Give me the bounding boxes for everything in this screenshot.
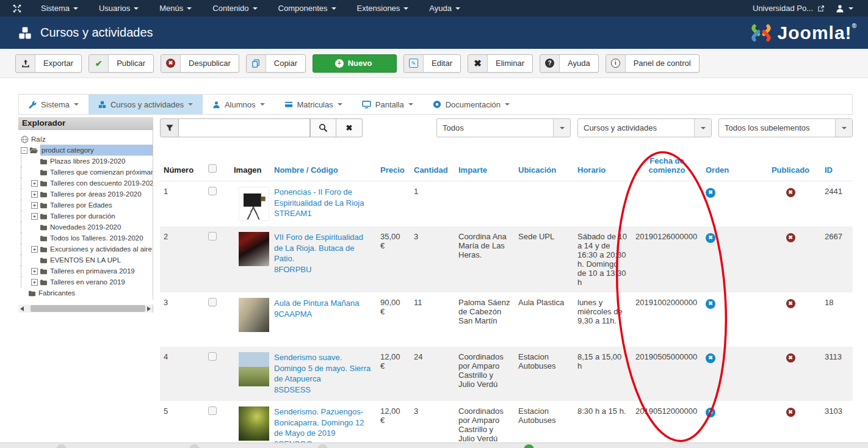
tree-node-product-category[interactable]: - product category (21, 145, 153, 156)
clear-search-button[interactable]: ✖ (336, 118, 363, 137)
header-id[interactable]: ID (821, 153, 853, 181)
product-name-link[interactable]: Senderismo suave. Domingo 5 de mayo. Sie… (274, 352, 373, 395)
tree-node[interactable]: Novedades 2019-2020 (21, 222, 153, 233)
nuevo-button[interactable]: + Nuevo (313, 54, 397, 73)
unpublished-icon[interactable]: ✖ (786, 353, 795, 363)
editar-button[interactable]: ✎ Editar (403, 54, 461, 73)
search-button[interactable] (310, 118, 336, 137)
exportar-button[interactable]: Exportar (15, 54, 82, 73)
status-filter-select[interactable]: Todos (436, 118, 571, 137)
row-checkbox[interactable] (208, 352, 217, 361)
header-cantidad[interactable]: Cantidad (410, 153, 455, 181)
tab-sistema[interactable]: Sistema (19, 95, 89, 114)
user-menu[interactable] (836, 4, 853, 13)
tree-node[interactable]: +Talleres en primavera 2019 (21, 266, 153, 276)
menu-extensiones[interactable]: Extensiones (347, 0, 419, 16)
select-caret-button[interactable] (553, 119, 570, 137)
row-checkbox[interactable] (208, 232, 217, 240)
product-name-link[interactable]: Senderismo. Pazuengos-Bonicaparra. Domin… (274, 406, 373, 448)
expand-plus-icon[interactable]: + (31, 202, 38, 209)
row-checkbox[interactable] (208, 187, 217, 195)
tab-alumnos[interactable]: Alumnos (203, 95, 275, 114)
despublicar-button[interactable]: ✖ Despublicar (161, 54, 239, 73)
tree-node[interactable]: Todos los Talleres. 2019-2020 (21, 233, 153, 244)
unpublished-icon[interactable]: ✖ (786, 188, 795, 197)
header-nombre-codigo[interactable]: Nombre / Código (270, 153, 377, 181)
expand-plus-icon[interactable]: + (31, 180, 38, 187)
footer-circle-icon (189, 444, 200, 448)
filter-search-input[interactable] (179, 118, 310, 137)
header-fecha-de-comienzo[interactable]: Fecha de comienzo (632, 153, 702, 181)
cell-ubicacion: Aula Plastica (515, 292, 574, 347)
subelements-filter-select[interactable]: Todos los subelementos (718, 118, 853, 137)
expand-plus-icon[interactable]: + (31, 246, 38, 253)
expand-plus-icon[interactable]: + (31, 268, 38, 275)
tree-node[interactable]: +Talleres en verano 2019 (21, 276, 153, 287)
expand-plus-icon[interactable]: + (31, 213, 38, 220)
funnel-filter-button[interactable] (160, 118, 179, 137)
scroll-right-icon[interactable] (147, 306, 151, 311)
menu-usuarios[interactable]: Usuarios (89, 0, 149, 16)
copiar-button[interactable]: Copiar (246, 54, 306, 73)
menu-menus[interactable]: Menús (149, 0, 202, 16)
scroll-left-icon[interactable] (20, 306, 24, 311)
tab-pantalla[interactable]: Pantalla (352, 95, 423, 114)
category-filter-select[interactable]: Cursos y actividades (577, 118, 712, 137)
select-caret-button[interactable] (694, 119, 711, 137)
menu-ayuda[interactable]: Ayuda (419, 0, 471, 16)
preview-site-link[interactable]: Universidad Po... (753, 4, 825, 13)
tree-node[interactable]: Talleres que comienzan próximament (21, 167, 153, 178)
expand-plus-icon[interactable]: + (31, 191, 38, 198)
tree-node-raiz[interactable]: Raíz (21, 134, 153, 145)
caret-down-icon (505, 103, 510, 106)
product-name-link[interactable]: VII Foro de Espiritualidad de La Rioja. … (274, 232, 373, 275)
tree-node[interactable]: EVENTOS EN LA UPL (21, 255, 153, 266)
tree-node[interactable]: Plazas libres 2019-2020 (21, 156, 153, 167)
joomla-mark-icon[interactable] (12, 4, 22, 13)
tree-node[interactable]: +Talleres por duración (21, 211, 153, 222)
row-checkbox[interactable] (208, 406, 217, 415)
menu-contenido[interactable]: Contenido (202, 0, 267, 16)
unpublished-icon[interactable]: ✖ (786, 408, 795, 417)
tab-cursos-y-actividades[interactable]: Cursos y actividades (89, 95, 203, 114)
tree-node[interactable]: +Talleres con descuento 2019-2020 (21, 178, 153, 189)
orden-icon[interactable]: ✖ (706, 353, 715, 363)
header-ubicacion[interactable]: Ubicación (515, 153, 574, 181)
header-precio[interactable]: Precio (377, 153, 410, 181)
scrollbar-thumb[interactable] (31, 305, 145, 312)
eliminar-button[interactable]: ✖ Eliminar (468, 54, 533, 73)
tree-node[interactable]: +Talleres por áreas 2019-2020 (21, 189, 153, 200)
folder-icon (40, 169, 48, 176)
unpublished-icon[interactable]: ✖ (786, 299, 795, 308)
orden-icon[interactable]: ✖ (706, 299, 715, 309)
select-caret-button[interactable] (835, 119, 852, 137)
unpublished-icon[interactable]: ✖ (786, 233, 795, 242)
collapse-minus-icon[interactable]: - (21, 147, 27, 154)
orden-icon[interactable]: ✖ (706, 408, 715, 417)
ayuda-button[interactable]: ? Ayuda (540, 54, 599, 73)
menu-componentes[interactable]: Componentes (268, 0, 347, 16)
row-checkbox[interactable] (208, 298, 217, 306)
header-imparte[interactable]: Imparte (455, 153, 515, 181)
publicar-button[interactable]: ✔ Publicar (89, 54, 154, 73)
tab-matriculas[interactable]: Matriculas (275, 95, 352, 114)
user-icon (212, 101, 220, 109)
tree-node[interactable]: +Talleres por Edades (21, 200, 153, 211)
product-name-link[interactable]: Ponencias - II Foro de Espiritualidad de… (274, 187, 373, 219)
explorer-horizontal-scrollbar[interactable] (18, 305, 153, 313)
header-horario[interactable]: Horario (574, 153, 632, 181)
tree-node[interactable]: +Excursiones y actividades al aire libre (21, 244, 153, 255)
menu-sistema[interactable]: Sistema (31, 0, 89, 16)
product-name-link[interactable]: Aula de Pintura Mañana9CAAPMA (274, 298, 373, 319)
cell-cantidad: 3 (410, 401, 455, 448)
header-publicado[interactable]: Publicado (760, 153, 821, 181)
folder-icon (40, 158, 48, 165)
select-all-checkbox[interactable] (208, 164, 217, 173)
orden-icon[interactable]: ✖ (706, 233, 715, 243)
tree-node-fabricantes[interactable]: Fabricantes (21, 287, 153, 298)
expand-plus-icon[interactable]: + (31, 279, 38, 286)
panel-de-control-button[interactable]: i Panel de control (606, 54, 700, 73)
header-orden[interactable]: Orden (702, 153, 760, 181)
orden-icon[interactable]: ✖ (706, 188, 715, 198)
tab-documentacion[interactable]: Documentación (423, 95, 519, 114)
